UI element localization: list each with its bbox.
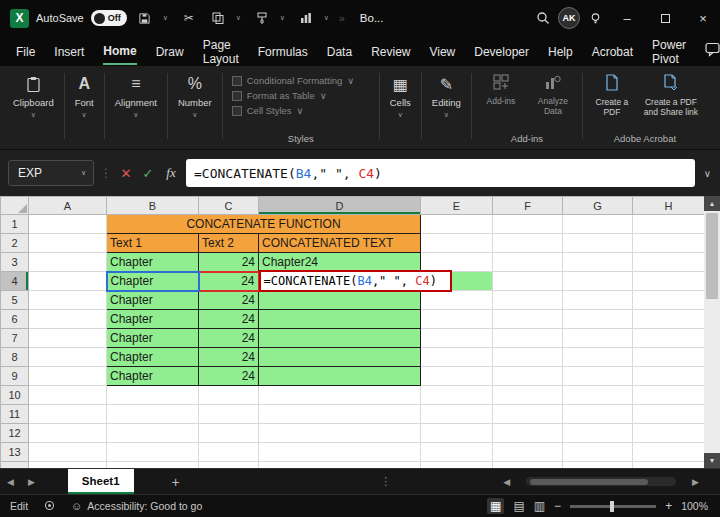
painter-dropdown-icon[interactable]: ∨: [280, 14, 288, 22]
column-header-c[interactable]: C: [199, 197, 259, 215]
page-break-view-icon[interactable]: ▥: [534, 499, 545, 513]
formula-input[interactable]: =CONCATENATE(B4," ", C4): [186, 159, 695, 187]
cell[interactable]: [493, 272, 563, 291]
menu-power-pivot[interactable]: Power Pivot: [652, 32, 686, 71]
cell[interactable]: [107, 424, 199, 443]
cell[interactable]: [493, 386, 563, 405]
menu-home[interactable]: Home: [103, 38, 136, 65]
cell[interactable]: [633, 215, 705, 234]
cell[interactable]: [633, 253, 705, 272]
cell[interactable]: [563, 272, 633, 291]
column-header-e[interactable]: E: [421, 197, 493, 215]
cell[interactable]: [421, 310, 493, 329]
vertical-scroll-thumb[interactable]: [706, 213, 718, 299]
cell[interactable]: [421, 215, 493, 234]
row-header[interactable]: 11: [1, 405, 29, 424]
formula-bar-expand-icon[interactable]: ∨: [701, 168, 714, 179]
cell[interactable]: [29, 443, 107, 462]
cell-b4-referenced[interactable]: Chapter: [107, 272, 199, 291]
cells-group-button[interactable]: ▦ Cells ∨: [383, 66, 418, 149]
cell[interactable]: [563, 310, 633, 329]
menu-page-layout[interactable]: Page Layout: [203, 32, 239, 71]
minimize-button[interactable]: –: [610, 0, 644, 36]
column-header-a[interactable]: A: [29, 197, 107, 215]
cell-b3[interactable]: Chapter: [107, 253, 199, 272]
cell[interactable]: [199, 424, 259, 443]
zoom-in-icon[interactable]: +: [665, 499, 672, 513]
column-header-g[interactable]: G: [563, 197, 633, 215]
menu-insert[interactable]: Insert: [54, 39, 84, 64]
cell-d7[interactable]: [259, 329, 421, 348]
cell[interactable]: [199, 386, 259, 405]
cell-d3[interactable]: Chapter24: [259, 253, 421, 272]
cell[interactable]: [29, 215, 107, 234]
cell[interactable]: [633, 234, 705, 253]
cell[interactable]: [421, 386, 493, 405]
autosave-toggle[interactable]: Off: [91, 10, 127, 26]
create-pdf-share-button[interactable]: Create a PDF and Share link: [638, 66, 704, 117]
cell[interactable]: [29, 386, 107, 405]
search-icon[interactable]: [532, 6, 554, 30]
cell-d9[interactable]: [259, 367, 421, 386]
row-header[interactable]: 10: [1, 386, 29, 405]
cell[interactable]: [493, 310, 563, 329]
cell-c3[interactable]: 24: [199, 253, 259, 272]
cell-c7[interactable]: 24: [199, 329, 259, 348]
cell[interactable]: [493, 424, 563, 443]
cell[interactable]: [421, 348, 493, 367]
cell[interactable]: [421, 405, 493, 424]
cell[interactable]: [29, 234, 107, 253]
column-header-b[interactable]: B: [107, 197, 199, 215]
cell[interactable]: [563, 424, 633, 443]
cell[interactable]: [563, 253, 633, 272]
cell[interactable]: [493, 443, 563, 462]
zoom-level[interactable]: 100%: [681, 500, 708, 512]
cell[interactable]: [259, 424, 421, 443]
cell[interactable]: [421, 443, 493, 462]
row-header[interactable]: 5: [1, 291, 29, 310]
menu-help[interactable]: Help: [548, 39, 573, 64]
menu-draw[interactable]: Draw: [156, 39, 184, 64]
close-button[interactable]: ×: [686, 0, 720, 36]
menu-review[interactable]: Review: [371, 39, 410, 64]
column-header-h[interactable]: H: [633, 197, 705, 215]
clipboard-group-button[interactable]: Clipboard ∨: [6, 66, 61, 149]
zoom-slider[interactable]: [570, 505, 656, 508]
menu-acrobat[interactable]: Acrobat: [592, 39, 633, 64]
cell-title[interactable]: CONCATENATE FUNCTION: [107, 215, 421, 234]
cell[interactable]: [259, 443, 421, 462]
cell[interactable]: [563, 291, 633, 310]
sheet-tab-active[interactable]: Sheet1: [68, 469, 134, 494]
hscroll-left-icon[interactable]: ◀: [496, 477, 517, 487]
sheet-prev-icon[interactable]: ◀: [0, 477, 21, 487]
zoom-slider-thumb[interactable]: [610, 501, 614, 512]
macro-record-icon[interactable]: [44, 500, 55, 513]
cell-b6[interactable]: Chapter: [107, 310, 199, 329]
row-header-active[interactable]: 4: [1, 272, 29, 291]
cancel-icon[interactable]: ✕: [118, 166, 134, 181]
cell[interactable]: [493, 253, 563, 272]
cell[interactable]: [563, 234, 633, 253]
row-header[interactable]: 12: [1, 424, 29, 443]
cell[interactable]: [563, 329, 633, 348]
cell[interactable]: [421, 424, 493, 443]
in-cell-formula-editor[interactable]: =CONCATENATE(B4," ", C4): [259, 270, 452, 292]
font-group-button[interactable]: A Font ∨: [68, 66, 101, 149]
menu-developer[interactable]: Developer: [474, 39, 529, 64]
enter-icon[interactable]: ✓: [140, 166, 156, 181]
cell[interactable]: [493, 234, 563, 253]
cell[interactable]: [493, 348, 563, 367]
tabbar-menu-icon[interactable]: ⋮: [380, 475, 391, 488]
cell[interactable]: [493, 405, 563, 424]
cell-c8[interactable]: 24: [199, 348, 259, 367]
scroll-down-icon[interactable]: ▼: [704, 453, 720, 468]
cell[interactable]: [29, 329, 107, 348]
cell[interactable]: [29, 310, 107, 329]
format-painter-icon[interactable]: [251, 6, 273, 30]
cell-c9[interactable]: 24: [199, 367, 259, 386]
column-header-f[interactable]: F: [493, 197, 563, 215]
cell-styles-button[interactable]: Cell Styles ∨: [226, 105, 376, 116]
cell-d5[interactable]: [259, 291, 421, 310]
cut-icon[interactable]: ✂: [178, 6, 200, 30]
horizontal-scroll-thumb[interactable]: [530, 479, 648, 485]
